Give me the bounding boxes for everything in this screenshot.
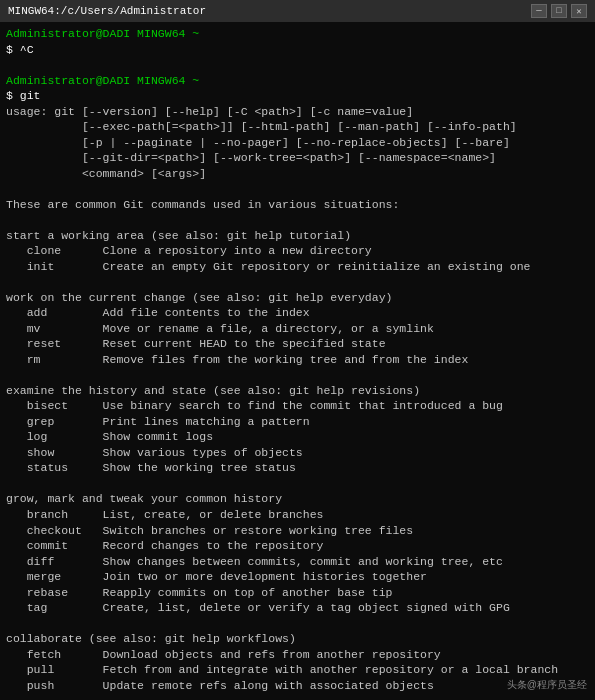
output-line: checkout Switch branches or restore work…	[6, 523, 589, 539]
output-line: grow, mark and tweak your common history	[6, 491, 589, 507]
minimize-button[interactable]: ─	[531, 4, 547, 18]
output-line: work on the current change (see also: gi…	[6, 290, 589, 306]
command-line: $ ^C	[6, 42, 589, 58]
output-line: start a working area (see also: git help…	[6, 228, 589, 244]
empty-line	[6, 693, 589, 700]
output-line: rm Remove files from the working tree an…	[6, 352, 589, 368]
output-line: usage: git [--version] [--help] [-C <pat…	[6, 104, 589, 120]
output-line: [--exec-path[=<path>]] [--html-path] [--…	[6, 119, 589, 135]
empty-line	[6, 476, 589, 492]
title-bar-text: MINGW64:/c/Users/Administrator	[8, 5, 206, 17]
terminal-window: MINGW64:/c/Users/Administrator ─ □ ✕ Adm…	[0, 0, 595, 700]
output-line: fetch Download objects and refs from ano…	[6, 647, 589, 663]
output-line: bisect Use binary search to find the com…	[6, 398, 589, 414]
output-line: [--git-dir=<path>] [--work-tree=<path>] …	[6, 150, 589, 166]
empty-line	[6, 274, 589, 290]
output-line: clone Clone a repository into a new dire…	[6, 243, 589, 259]
output-line: tag Create, list, delete or verify a tag…	[6, 600, 589, 616]
terminal-body[interactable]: Administrator@DADI MINGW64 ~$ ^CAdminist…	[0, 22, 595, 700]
output-line: These are common Git commands used in va…	[6, 197, 589, 213]
output-line: status Show the working tree status	[6, 460, 589, 476]
output-line: merge Join two or more development histo…	[6, 569, 589, 585]
output-line: commit Record changes to the repository	[6, 538, 589, 554]
output-line: rebase Reapply commits on top of another…	[6, 585, 589, 601]
title-bar: MINGW64:/c/Users/Administrator ─ □ ✕	[0, 0, 595, 22]
output-line: mv Move or rename a file, a directory, o…	[6, 321, 589, 337]
empty-line	[6, 367, 589, 383]
maximize-button[interactable]: □	[551, 4, 567, 18]
output-line: log Show commit logs	[6, 429, 589, 445]
output-line: <command> [<args>]	[6, 166, 589, 182]
empty-line	[6, 212, 589, 228]
prompt-line: Administrator@DADI MINGW64 ~	[6, 73, 589, 89]
output-line: [-p | --paginate | --no-pager] [--no-rep…	[6, 135, 589, 151]
output-line: add Add file contents to the index	[6, 305, 589, 321]
empty-line	[6, 181, 589, 197]
watermark: 头条@程序员圣经	[507, 678, 587, 692]
output-line: grep Print lines matching a pattern	[6, 414, 589, 430]
empty-line	[6, 57, 589, 73]
empty-line	[6, 616, 589, 632]
output-line: branch List, create, or delete branches	[6, 507, 589, 523]
title-bar-buttons: ─ □ ✕	[531, 4, 587, 18]
output-line: init Create an empty Git repository or r…	[6, 259, 589, 275]
close-button[interactable]: ✕	[571, 4, 587, 18]
prompt-line: Administrator@DADI MINGW64 ~	[6, 26, 589, 42]
output-line: pull Fetch from and integrate with anoth…	[6, 662, 589, 678]
output-line: diff Show changes between commits, commi…	[6, 554, 589, 570]
output-line: push Update remote refs along with assoc…	[6, 678, 589, 694]
command-line: $ git	[6, 88, 589, 104]
output-line: reset Reset current HEAD to the specifie…	[6, 336, 589, 352]
output-line: examine the history and state (see also:…	[6, 383, 589, 399]
output-line: show Show various types of objects	[6, 445, 589, 461]
output-line: collaborate (see also: git help workflow…	[6, 631, 589, 647]
